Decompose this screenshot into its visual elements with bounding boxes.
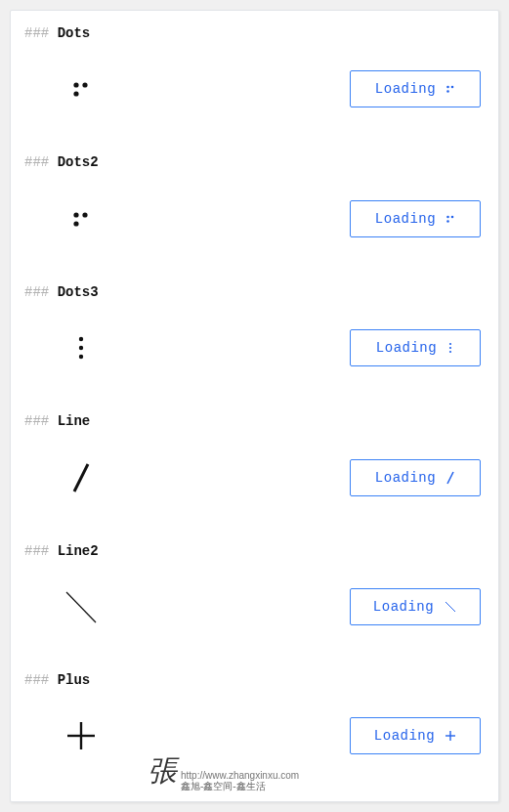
watermark-sub: 鑫旭-鑫空间-鑫生活 xyxy=(181,781,299,791)
svg-point-16 xyxy=(449,347,451,349)
markdown-pound: ### xyxy=(24,154,49,170)
markdown-pound: ### xyxy=(24,413,49,429)
backslash-icon xyxy=(52,585,110,628)
svg-line-20 xyxy=(66,592,96,622)
watermark-url: http://www.zhangxinxu.com xyxy=(181,770,299,781)
row-line: Loading xyxy=(24,456,481,499)
loading-button-dots3[interactable]: Loading xyxy=(350,329,481,366)
markdown-pound: ### xyxy=(24,25,49,41)
heading-line2: ### Line2 xyxy=(24,540,481,562)
loading-button-line[interactable]: Loading xyxy=(350,459,481,496)
svg-line-18 xyxy=(74,464,88,491)
component-list-card: ### Dots Loading ### Dots2 Loading xyxy=(10,10,499,802)
loading-button-dots[interactable]: Loading xyxy=(350,70,481,107)
section-line2: ### Line2 Loading xyxy=(24,540,481,628)
dots-icon xyxy=(52,67,110,110)
section-dots3: ### Dots3 Loading xyxy=(24,281,481,369)
svg-point-14 xyxy=(79,355,83,359)
row-dots2: Loading xyxy=(24,197,481,240)
markdown-pound: ### xyxy=(24,284,49,300)
slash-icon xyxy=(52,456,110,499)
svg-point-1 xyxy=(82,83,87,88)
heading-text: Dots xyxy=(58,25,91,41)
section-dots: ### Dots Loading xyxy=(24,22,481,110)
heading-text: Dots2 xyxy=(58,154,99,170)
svg-line-19 xyxy=(447,472,453,484)
backslash-icon xyxy=(444,600,457,614)
button-label: Loading xyxy=(375,81,436,97)
loading-button-dots2[interactable]: Loading xyxy=(350,200,481,237)
section-dots2: ### Dots2 Loading xyxy=(24,151,481,239)
svg-point-15 xyxy=(449,343,451,345)
svg-point-10 xyxy=(451,215,454,218)
button-label: Loading xyxy=(375,470,436,486)
plus-icon xyxy=(52,714,110,757)
heading-dots: ### Dots xyxy=(24,22,481,44)
svg-point-17 xyxy=(449,351,451,353)
slash-icon xyxy=(445,471,455,485)
svg-line-21 xyxy=(445,602,455,612)
svg-point-12 xyxy=(79,337,83,341)
heading-dots3: ### Dots3 xyxy=(24,281,481,303)
plus-icon xyxy=(445,730,456,742)
section-line: ### Line Loading xyxy=(24,410,481,498)
dots-icon xyxy=(52,197,110,240)
dots-vertical-icon xyxy=(52,326,110,369)
heading-dots2: ### Dots2 xyxy=(24,151,481,173)
row-dots3: Loading xyxy=(24,326,481,369)
svg-point-3 xyxy=(446,86,449,89)
row-dots: Loading xyxy=(24,67,481,110)
heading-plus: ### Plus xyxy=(24,669,481,691)
svg-point-0 xyxy=(73,83,78,88)
row-plus: Loading xyxy=(24,714,481,757)
dots-icon xyxy=(445,214,455,224)
row-line2: Loading xyxy=(24,585,481,628)
button-label: Loading xyxy=(374,728,435,744)
heading-line: ### Line xyxy=(24,410,481,432)
svg-point-9 xyxy=(446,215,449,218)
button-label: Loading xyxy=(373,599,434,615)
svg-point-13 xyxy=(79,346,83,350)
svg-point-8 xyxy=(73,221,78,226)
button-label: Loading xyxy=(376,340,437,356)
dots-icon xyxy=(445,84,455,94)
heading-text: Line xyxy=(58,413,91,429)
markdown-pound: ### xyxy=(24,672,49,688)
heading-text: Line2 xyxy=(58,543,99,559)
svg-point-5 xyxy=(446,91,449,94)
section-plus: ### Plus Loading xyxy=(24,669,481,757)
loading-button-plus[interactable]: Loading xyxy=(350,717,481,754)
markdown-pound: ### xyxy=(24,543,49,559)
loading-button-line2[interactable]: Loading xyxy=(350,588,481,625)
svg-point-7 xyxy=(82,212,87,217)
button-label: Loading xyxy=(375,211,436,227)
svg-point-2 xyxy=(73,92,78,97)
heading-text: Plus xyxy=(58,672,91,688)
svg-point-6 xyxy=(73,212,78,217)
svg-point-4 xyxy=(451,86,454,89)
svg-point-11 xyxy=(446,220,449,223)
heading-text: Dots3 xyxy=(58,284,99,300)
dots-vertical-icon xyxy=(446,342,454,354)
